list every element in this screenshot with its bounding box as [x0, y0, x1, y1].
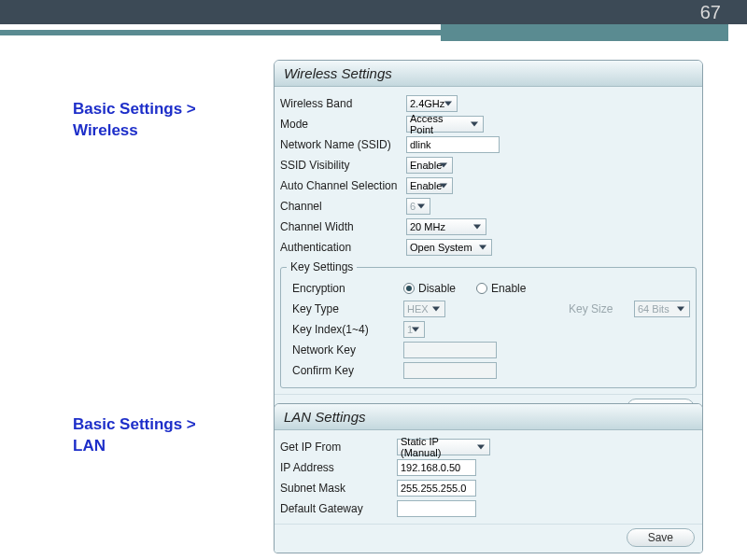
confirm-key-label: Confirm Key [287, 364, 403, 377]
channel-width-select[interactable]: 20 MHz [406, 218, 486, 235]
ip-input[interactable] [397, 459, 476, 476]
gateway-label: Default Gateway [280, 502, 397, 515]
channel-select[interactable]: 6 [406, 198, 430, 215]
channel-label: Channel [280, 200, 406, 213]
lan-settings-panel: LAN Settings Get IP From Static IP (Manu… [274, 403, 703, 553]
auth-label: Authentication [280, 241, 406, 254]
auto-channel-select[interactable]: Enable [406, 177, 453, 194]
getip-select[interactable]: Static IP (Manual) [397, 439, 490, 455]
key-settings-group: Key Settings Encryption Disable Enable K… [280, 260, 697, 388]
ip-label: IP Address [280, 461, 397, 474]
key-size-select[interactable]: 64 Bits [634, 301, 690, 317]
ssid-label: Network Name (SSID) [280, 138, 406, 151]
ssid-visibility-label: SSID Visibility [280, 159, 406, 172]
encryption-enable-radio[interactable] [476, 283, 487, 294]
breadcrumb-wireless-line1: Basic Settings > [73, 100, 196, 118]
encryption-label: Encryption [287, 282, 403, 295]
lan-panel-title: LAN Settings [275, 404, 702, 430]
key-size-label: Key Size [569, 302, 634, 315]
breadcrumb-wireless: Basic Settings > Wireless [73, 99, 196, 142]
subnet-label: Subnet Mask [280, 482, 397, 495]
key-index-select[interactable]: 1 [403, 321, 425, 338]
key-index-label: Key Index(1~4) [287, 323, 403, 336]
mode-label: Mode [280, 118, 406, 131]
breadcrumb-lan: Basic Settings > LAN [73, 414, 196, 457]
breadcrumb-lan-line1: Basic Settings > [73, 415, 196, 433]
ssid-visibility-select[interactable]: Enable [406, 157, 453, 174]
page-number: 67 [700, 2, 721, 23]
encryption-enable-text: Enable [491, 282, 526, 295]
breadcrumb-wireless-line2: Wireless [73, 121, 138, 139]
breadcrumb-lan-line2: LAN [73, 437, 106, 455]
auto-channel-label: Auto Channel Selection [280, 179, 406, 192]
wireless-band-select[interactable]: 2.4GHz [406, 95, 458, 112]
channel-width-label: Channel Width [280, 220, 406, 233]
lan-save-button[interactable]: Save [627, 528, 695, 547]
confirm-key-input[interactable] [403, 362, 497, 379]
wireless-band-label: Wireless Band [280, 97, 406, 110]
slide-topbar: 67 [0, 0, 747, 24]
ssid-input[interactable] [406, 136, 500, 153]
mode-select[interactable]: Access Point [406, 116, 484, 133]
accent-bar [0, 24, 747, 41]
auth-select[interactable]: Open System [406, 239, 492, 256]
encryption-disable-radio[interactable] [403, 283, 415, 294]
key-type-select[interactable]: HEX [403, 301, 445, 317]
key-type-label: Key Type [287, 302, 403, 315]
subnet-input[interactable] [397, 480, 476, 497]
network-key-input[interactable] [403, 342, 497, 358]
wireless-panel-title: Wireless Settings [275, 61, 702, 87]
key-settings-legend: Key Settings [287, 260, 357, 273]
getip-label: Get IP From [280, 441, 397, 454]
network-key-label: Network Key [287, 343, 403, 357]
gateway-input[interactable] [397, 500, 476, 517]
wireless-settings-panel: Wireless Settings Wireless Band 2.4GHz M… [274, 60, 703, 424]
encryption-disable-text: Disable [418, 282, 456, 295]
